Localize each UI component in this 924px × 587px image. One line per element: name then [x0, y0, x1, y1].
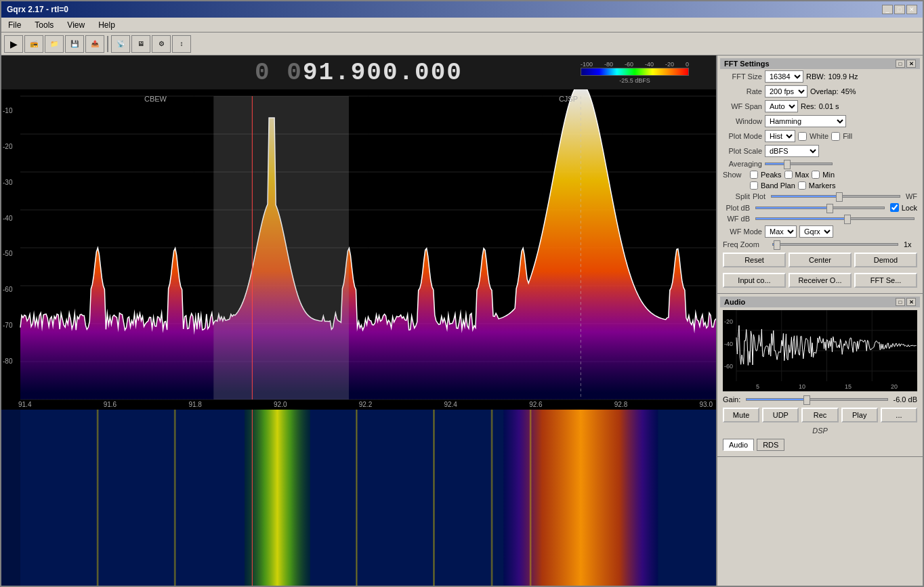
res-value: 0.01 s — [819, 102, 839, 110]
scale-db: -25.5 dBFS — [619, 77, 650, 84]
markers-checkbox[interactable] — [798, 181, 806, 190]
window-select[interactable]: Hamming — [765, 115, 846, 127]
max-checkbox[interactable] — [784, 171, 793, 179]
spectrum-area[interactable]: 0 0 91.900.000 -100 -80 -60 -40 -20 0 -2… — [1, 56, 716, 586]
close-button[interactable]: ✕ — [906, 5, 917, 14]
band-plan-checkbox[interactable] — [750, 181, 758, 190]
res-label: Res: — [801, 102, 816, 110]
averaging-slider[interactable] — [765, 162, 833, 165]
save-button[interactable]: 💾 — [65, 35, 84, 53]
receiver-o-button[interactable]: Receiver O... — [789, 273, 852, 288]
lock-checkbox[interactable] — [890, 203, 899, 212]
right-panel: FFT Settings □ ✕ FFT Size 16384 RBW: 109… — [716, 56, 923, 586]
center-button[interactable]: Center — [789, 253, 852, 267]
rds-tab[interactable]: RDS — [757, 439, 784, 451]
wf-mode-select1[interactable]: Max — [765, 225, 797, 238]
dsp-label: DSP — [720, 425, 920, 436]
wf-mode-label: WF Mode — [721, 227, 762, 236]
device-button[interactable]: 📻 — [24, 35, 43, 53]
freq-zoom-row: Freq Zoom 1x — [720, 239, 920, 250]
screen-button[interactable]: 🖥 — [131, 35, 150, 53]
gain-value: -6.0 dB — [894, 395, 917, 404]
menu-file[interactable]: File — [4, 19, 25, 31]
band-plan-row: Band Plan Markers — [720, 180, 920, 191]
antenna-button[interactable]: 📡 — [111, 35, 130, 53]
udp-button[interactable]: UDP — [762, 408, 799, 422]
wf-db-slider[interactable] — [755, 217, 915, 220]
wf-span-select[interactable]: Auto — [765, 100, 798, 112]
spectrum-plot[interactable]: -10 -20 -30 -40 -50 -60 -70 -80 CBEW CJS… — [1, 89, 716, 410]
input-co-button[interactable]: Input co... — [723, 273, 786, 288]
demod-button[interactable]: Demod — [854, 253, 917, 267]
y-label-80: -80 — [1, 357, 12, 365]
fill-checkbox[interactable] — [831, 132, 840, 141]
minimize-button[interactable]: _ — [882, 5, 893, 14]
settings-button[interactable]: ⚙ — [152, 35, 171, 53]
export-button[interactable]: 📤 — [85, 35, 104, 53]
y-label-70: -70 — [1, 322, 12, 329]
frequency-display: 0 0 91.900.000 -100 -80 -60 -40 -20 0 -2… — [1, 56, 716, 89]
min-checkbox[interactable] — [812, 171, 820, 179]
white-checkbox[interactable] — [798, 132, 807, 141]
plot-db-slider[interactable] — [755, 206, 885, 209]
more-button[interactable]: ... — [881, 408, 917, 422]
audio-y-60: -60 — [724, 363, 733, 370]
menu-help[interactable]: Help — [94, 19, 119, 31]
play-button-audio[interactable]: Play — [841, 408, 878, 422]
maximize-button[interactable]: □ — [894, 5, 905, 14]
menu-tools[interactable]: Tools — [30, 19, 58, 31]
gain-slider[interactable] — [746, 398, 887, 401]
scale-labels: -100 -80 -60 -40 -20 0 — [581, 61, 689, 68]
bookmark-button[interactable]: ↕ — [172, 35, 191, 53]
plot-mode-select[interactable]: Hist — [765, 130, 795, 142]
more-buttons-row: Input co... Receiver O... FFT Se... — [720, 270, 920, 290]
marker-cjsp: CJSP — [559, 95, 578, 103]
overlap-label: Overlap: — [810, 87, 839, 95]
audio-canvas — [723, 310, 917, 391]
averaging-row: Averaging — [720, 158, 920, 169]
mute-button[interactable]: Mute — [723, 408, 759, 422]
fft-close-button[interactable]: ✕ — [906, 60, 916, 68]
x-92.6: 92.6 — [529, 401, 542, 408]
toolbar: ▶ 📻 📁 💾 📤 📡 🖥 ⚙ ↕ — [1, 32, 923, 56]
fft-settings-title: FFT Settings — [724, 60, 770, 68]
plot-scale-row: Plot Scale dBFS — [720, 144, 920, 158]
wf-label: WF — [906, 192, 917, 200]
audio-restore-button[interactable]: □ — [896, 298, 905, 306]
x-92.2: 92.2 — [359, 401, 372, 408]
freq-zoom-slider[interactable] — [772, 243, 898, 246]
scale-40: -40 — [645, 61, 654, 68]
x-92.8: 92.8 — [614, 401, 627, 408]
rec-button[interactable]: Rec — [801, 408, 838, 422]
wf-db-label: WF dB — [723, 215, 750, 223]
menu-view[interactable]: View — [63, 19, 89, 31]
audio-close-button[interactable]: ✕ — [906, 298, 916, 306]
open-button[interactable]: 📁 — [45, 35, 64, 53]
y-label-30: -30 — [1, 179, 12, 186]
marker-cbew: CBEW — [144, 95, 167, 103]
split-label: Split — [723, 192, 750, 200]
freq-prefix: 0 0 — [255, 59, 303, 87]
scale-60: -60 — [625, 61, 633, 68]
peaks-label: Peaks — [761, 171, 782, 179]
wf-db-row: WF dB — [720, 213, 920, 224]
wf-mode-select2[interactable]: Gqrx — [799, 225, 833, 238]
fft-settings-section: FFT Settings □ ✕ FFT Size 16384 RBW: 109… — [717, 56, 923, 294]
audio-buttons-row: Mute UDP Rec Play ... — [720, 405, 920, 425]
plot-scale-select[interactable]: dBFS — [765, 145, 819, 157]
fft-restore-button[interactable]: □ — [896, 60, 905, 68]
fft-se-button[interactable]: FFT Se... — [854, 273, 917, 288]
fft-header-buttons: □ ✕ — [896, 60, 916, 68]
peaks-checkbox[interactable] — [750, 171, 758, 179]
play-button[interactable]: ▶ — [4, 35, 23, 53]
fft-size-select[interactable]: 16384 — [765, 70, 803, 83]
rate-label: Rate — [721, 87, 762, 95]
audio-tab[interactable]: Audio — [723, 439, 754, 451]
waterfall-area[interactable] — [1, 410, 716, 586]
fft-size-label: FFT Size — [721, 72, 762, 81]
reset-button[interactable]: Reset — [723, 253, 786, 267]
rate-select[interactable]: 200 fps — [765, 85, 807, 97]
waterfall-canvas — [1, 410, 716, 586]
split-slider[interactable] — [771, 195, 900, 198]
fft-size-row: FFT Size 16384 RBW: 109.9 Hz — [720, 69, 920, 84]
